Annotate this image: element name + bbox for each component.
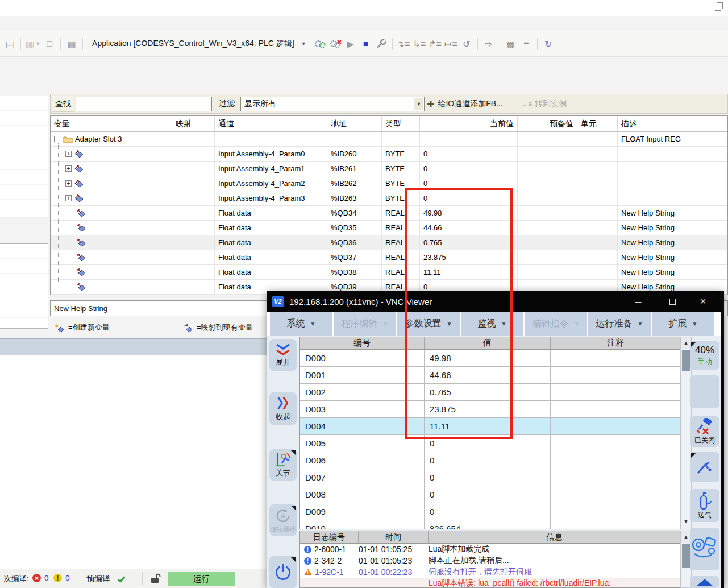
register-row[interactable]: D00144.66	[300, 367, 680, 384]
login-icon[interactable]	[314, 36, 326, 51]
plc-application-selector[interactable]: Application [CODESYS_Control_Win_V3_x64:…	[88, 39, 311, 49]
register-row[interactable]: D0090	[300, 503, 680, 520]
expand-expander-icon[interactable]: +	[65, 180, 72, 187]
diamond-icon	[695, 578, 714, 587]
table-row[interactable]: Float data%QD38REAL11.11New Help String	[51, 265, 727, 280]
placeholder-grid-icon[interactable]: ▦▼	[26, 36, 40, 51]
tab-edit-instruction[interactable]: 编辑指令▼	[525, 312, 587, 336]
column-header: 单元	[577, 116, 618, 131]
table-row[interactable]: Float data%QD36REAL0.765New Help String	[51, 235, 727, 250]
mapping-cell	[172, 147, 215, 161]
unlock-icon[interactable]	[150, 573, 161, 586]
goto-instance-button[interactable]: →≡ 转到实例	[521, 97, 567, 111]
vnc-maximize-icon[interactable]	[664, 291, 681, 312]
expand-expander-icon[interactable]: +	[65, 195, 72, 201]
log-row[interactable]: !2-6000-101-01 01:05:25Lua脚本加载完成	[300, 544, 680, 555]
reset-icon[interactable]: ↺	[460, 36, 473, 51]
restore-icon[interactable]	[715, 5, 721, 11]
scroll-thumb[interactable]	[682, 350, 690, 371]
register-row[interactable]: D010826.654	[300, 520, 680, 529]
register-value-cell: 0.765	[425, 384, 551, 400]
mapping-cell	[172, 162, 215, 176]
blank-button[interactable]	[690, 375, 719, 408]
tab-param-settings[interactable]: 参数设置▼	[397, 312, 460, 336]
torch-closed-button[interactable]: 已关闭	[690, 416, 719, 447]
vnc-titlebar[interactable]: V2 192.168.1.200 (x11vnc) - VNC Viewer ─…	[267, 291, 724, 312]
flow-control-icon[interactable]: ▩	[505, 36, 517, 51]
collapse-button[interactable]: 收起	[269, 392, 297, 425]
new-object-icon[interactable]: □	[43, 36, 56, 51]
log-row[interactable]: !2-342-201-01 01:05:23脚本正在加载,请稍后...	[300, 555, 680, 566]
step-out-icon[interactable]: ↱≡	[429, 36, 442, 51]
joint-button[interactable]: 关节	[269, 449, 297, 481]
register-row[interactable]: D0050	[300, 435, 680, 452]
mapping-cell	[172, 176, 215, 191]
recompile-icon[interactable]: ↻	[542, 36, 555, 51]
folder-icon	[63, 135, 73, 143]
vnc-close-icon[interactable]: ×	[694, 291, 712, 312]
minimize-icon[interactable]: —	[684, 0, 700, 14]
table-row[interactable]: Float data%QD37REAL23.875New Help String	[51, 250, 727, 265]
step-into-icon[interactable]: ↳≡	[413, 36, 426, 51]
build-icon[interactable]: ▦	[65, 36, 78, 51]
set-next-statement-icon[interactable]: ⇨	[482, 36, 495, 51]
watch-icon[interactable]: ≡	[520, 36, 533, 51]
table-row[interactable]: +Input Assembly-4_Param2%IB262BYTE0	[51, 176, 727, 191]
vnc-minimize-icon[interactable]: ─	[630, 291, 647, 312]
wire-feeder-button[interactable]	[690, 528, 719, 570]
add-fb-button[interactable]: ✚ 给IO通道添加FB...	[427, 97, 503, 111]
toolbar-separator	[477, 38, 478, 50]
tab-program-edit[interactable]: 程序编辑▼	[334, 312, 396, 336]
address-cell: %QD36	[327, 235, 382, 250]
scroll-thumb[interactable]	[682, 544, 690, 568]
corner-marker	[291, 450, 296, 455]
register-row[interactable]: D0070	[300, 469, 680, 486]
register-row[interactable]: D00323.875	[300, 401, 680, 418]
register-table: 编号值注释 D00049.98D00144.66D0020.765D00323.…	[299, 337, 680, 529]
logout-icon[interactable]	[329, 36, 342, 51]
tab-monitor[interactable]: 监视▼	[461, 312, 523, 336]
stop-icon[interactable]: ■	[360, 36, 372, 51]
expand-button[interactable]: 展开	[269, 339, 297, 371]
tab-system-label: 系统	[287, 318, 305, 330]
start-icon[interactable]: ▶	[344, 36, 357, 51]
paste-icon[interactable]: ▤	[3, 36, 16, 51]
run-to-cursor-icon[interactable]: ↦≡	[444, 36, 457, 51]
register-row[interactable]: D0060	[300, 452, 680, 469]
channel-cell: Float data	[215, 250, 327, 264]
expand-expander-icon[interactable]: +	[65, 165, 72, 172]
expand-expander-icon[interactable]: +	[65, 151, 72, 157]
filter-select[interactable]: 显示所有 ▼	[240, 97, 425, 111]
step-over-icon[interactable]: ↴≡	[397, 36, 410, 51]
power-button[interactable]	[269, 556, 297, 588]
legend-create: =创建新变量	[55, 322, 110, 333]
find-input[interactable]	[76, 97, 212, 111]
table-row[interactable]: Float data%QD35REAL44.66New Help String	[51, 221, 727, 235]
corner-marker	[691, 342, 696, 347]
table-row[interactable]: Float data%QD34REAL49.98New Help String	[51, 206, 727, 221]
tab-extend[interactable]: 扩展▼	[652, 312, 714, 336]
continuous-loop-button[interactable]: A 连续循环	[269, 504, 297, 536]
register-row[interactable]: D0020.765	[300, 384, 680, 401]
collapse-expander-icon[interactable]: −	[54, 136, 60, 142]
table-row[interactable]: −Adapter Slot 3FLOAT Input REG	[51, 132, 727, 147]
log-row[interactable]: 1-92C-101-01 00:22:23伺服没有打开，请先打开伺服	[300, 566, 680, 578]
tab-system[interactable]: 系统▼	[270, 312, 332, 336]
chevron-down-icon[interactable]: ▼	[414, 98, 423, 110]
log-row[interactable]: Lua脚本错误: lua_pcall() failed: /rbctrl/lua…	[300, 578, 680, 588]
register-row[interactable]: D00411.11	[300, 418, 680, 435]
breakpoint-icon[interactable]	[375, 36, 388, 51]
register-row[interactable]: D00049.98	[300, 350, 680, 367]
error-count: 0	[44, 574, 49, 582]
table-row[interactable]: +Input Assembly-4_Param1%IB261BYTE0	[51, 162, 727, 176]
description-cell: New Help String	[618, 221, 727, 235]
partial-button[interactable]	[690, 576, 719, 588]
torch-button[interactable]	[690, 452, 719, 482]
table-row[interactable]: +Input Assembly-4_Param0%IB260BYTE0	[51, 147, 727, 162]
register-row[interactable]: D0080	[300, 486, 680, 503]
tab-run-prep[interactable]: 运行准备▼	[588, 312, 651, 336]
table-row[interactable]: +Input Assembly-4_Param3%IB263BYTE0	[51, 191, 727, 206]
speed-manual-button[interactable]: 40% 手动	[690, 341, 719, 370]
gas-button[interactable]: 送气	[690, 489, 719, 522]
log-time-cell: 01-01 01:05:25	[359, 545, 429, 554]
